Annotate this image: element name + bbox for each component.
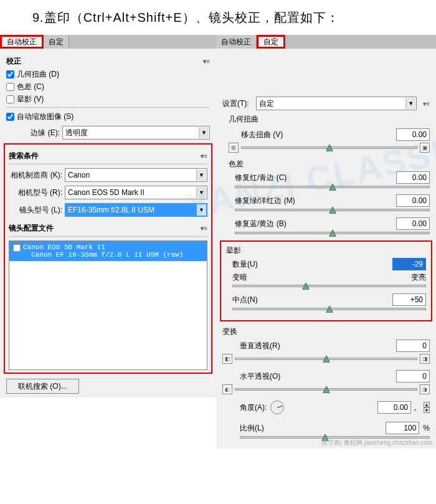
remove-distort-value[interactable]: 0.00: [396, 128, 430, 141]
profile-title: 镜头配置文件: [9, 223, 54, 234]
menu-icon[interactable]: ▾≡: [423, 100, 430, 107]
hpersp-value[interactable]: 0: [396, 370, 430, 383]
slider-vpersp[interactable]: [235, 358, 417, 360]
online-search-button[interactable]: 联机搜索 (O)...: [6, 379, 79, 394]
perspective-top-icon: ◧: [222, 354, 232, 364]
midpoint-label: 中点(N): [232, 295, 392, 305]
fix-gm-label: 修复绿/洋红边 (M): [235, 196, 396, 206]
left-tab-row: 自动校正 自定: [0, 35, 216, 49]
chroma-label: 色差 (C): [17, 82, 44, 92]
amount-value[interactable]: -29: [392, 258, 426, 270]
lighter-label: 变亮: [411, 272, 426, 283]
slider-midpoint[interactable]: [232, 308, 426, 310]
checkbox-geo-distort[interactable]: [6, 70, 14, 78]
chevron-down-icon: ▼: [196, 187, 206, 198]
search-criteria-highlight: 搜索条件 ▾≡ 相机制造商 (K): Canon ▼ 相机型号 (R): Can…: [4, 143, 212, 374]
perspective-right-icon: ◑: [420, 384, 430, 394]
settings-combo[interactable]: 自定 ▼: [256, 97, 417, 110]
svg-marker-6: [323, 356, 329, 363]
remove-distort-label: 移去扭曲 (V): [241, 130, 396, 140]
correction-label: 校正: [6, 56, 21, 67]
angle-value[interactable]: 0.00: [377, 401, 411, 414]
svg-marker-4: [303, 283, 310, 290]
edge-combo[interactable]: 透明度 ▼: [62, 126, 210, 140]
model-combo[interactable]: Canon EOS 5D Mark II ▼: [65, 186, 207, 199]
lens-profile-item-selected[interactable]: Canon EOS 5D Mark II Canon EF 16-35mm f/…: [9, 241, 207, 261]
menu-icon[interactable]: ▾≡: [201, 225, 207, 232]
scale-label: 比例(L): [240, 423, 386, 434]
vpersp-label: 垂直透视(R): [240, 341, 396, 351]
perspective-bottom-icon: ◨: [420, 354, 430, 364]
settings-label: 设置(T):: [222, 98, 256, 109]
svg-marker-2: [329, 207, 336, 214]
geo-distort-label: 几何扭曲 (D): [17, 69, 59, 80]
maker-value: Canon: [68, 171, 90, 179]
left-panel-body: 校正 ▾≡ 几何扭曲 (D) 色差 (C) 晕影 (V) 自动缩放图像 (S) …: [0, 49, 216, 397]
hpersp-label: 水平透视(O): [240, 371, 396, 382]
maker-label: 相机制造商 (K):: [9, 170, 65, 181]
fix-by-value[interactable]: 0.00: [396, 217, 430, 230]
svg-marker-3: [329, 230, 336, 237]
fix-rc-label: 修复红/青边 (C): [235, 173, 396, 183]
maker-combo[interactable]: Canon ▼: [65, 168, 207, 182]
checkbox-auto-scale[interactable]: [6, 113, 14, 121]
chroma-section-title: 色差: [229, 159, 430, 169]
settings-value: 自定: [259, 98, 274, 109]
model-label: 相机型号 (R):: [9, 188, 65, 198]
checkbox-vignette[interactable]: [6, 95, 14, 103]
chevron-down-icon: ▼: [199, 127, 209, 138]
profile-line1: Canon EOS 5D Mark II: [23, 244, 105, 251]
fix-by-label: 修复蓝/黄边 (B): [235, 219, 396, 229]
slider-remove-distort[interactable]: [241, 146, 417, 149]
fix-gm-value[interactable]: 0.00: [396, 194, 430, 207]
angle-spinner[interactable]: ▲▼: [424, 402, 430, 413]
vignette-label: 晕影 (V): [17, 94, 44, 105]
vignette-title: 晕影: [226, 245, 426, 256]
tab-auto-correct-left[interactable]: 自动校正: [0, 35, 44, 49]
instruction-text: 9.盖印（Ctrl+Alt+Shift+E）、镜头校正，配置如下：: [0, 6, 436, 29]
right-tab-row: 自动校正 自定: [216, 35, 436, 49]
svg-marker-7: [323, 386, 329, 393]
slider-rc[interactable]: [235, 186, 430, 188]
slider-amount[interactable]: [232, 285, 426, 287]
right-panel-body: YANZI CLASSROOM 设置(T): 自定 ▼ ▾≡ 几何扭曲 移去扭曲…: [216, 49, 436, 449]
chevron-down-icon: ▼: [196, 169, 206, 181]
pincushion-icon: ▣: [420, 143, 430, 153]
checkbox-chroma[interactable]: [6, 83, 14, 91]
search-title: 搜索条件: [9, 151, 39, 161]
vpersp-value[interactable]: 0: [396, 340, 430, 352]
darker-label: 变暗: [232, 272, 247, 283]
barrel-icon: ⊞: [229, 143, 239, 153]
angle-label: 角度(A):: [240, 402, 267, 413]
angle-dial[interactable]: [270, 401, 284, 414]
slider-gm[interactable]: [235, 209, 430, 211]
svg-marker-0: [326, 145, 333, 151]
tab-custom-left[interactable]: 自定: [44, 35, 69, 49]
fix-rc-value[interactable]: 0.00: [396, 171, 430, 184]
scale-value[interactable]: 100: [386, 422, 419, 434]
degree-symbol: 。: [414, 402, 421, 413]
auto-scale-label: 自动缩放图像 (S): [17, 112, 73, 122]
menu-icon[interactable]: ▾≡: [201, 153, 207, 159]
geo-title: 几何扭曲: [229, 114, 430, 125]
slider-by[interactable]: [235, 232, 430, 234]
midpoint-value[interactable]: +50: [392, 293, 426, 306]
vignette-highlight: 晕影 数量(U) -29 变暗 变亮 中点(N) +50: [220, 240, 432, 321]
left-panel: 自动校正 自定 校正 ▾≡ 几何扭曲 (D) 色差 (C) 晕影 (V) 自动缩…: [0, 35, 216, 449]
transform-title: 变换: [222, 326, 430, 337]
chevron-down-icon: ▼: [196, 204, 206, 216]
edge-label: 边缘 (E):: [6, 128, 62, 138]
model-value: Canon EOS 5D Mark II: [68, 188, 145, 197]
svg-marker-1: [329, 184, 336, 191]
lens-profile-list[interactable]: Canon EOS 5D Mark II Canon EF 16-35mm f/…: [9, 240, 207, 370]
menu-icon[interactable]: ▾≡: [203, 58, 210, 65]
tab-auto-correct-right[interactable]: 自动校正: [216, 35, 257, 49]
chevron-down-icon: ▼: [405, 98, 415, 109]
footer-watermark: 查字典| 教程网 jiaocheng.chazidian.com: [321, 439, 432, 447]
lens-combo[interactable]: EF16-35mm f/2.8L II USM ▼: [65, 203, 207, 217]
slider-hpersp[interactable]: [235, 388, 417, 391]
panels-container: 自动校正 自定 校正 ▾≡ 几何扭曲 (D) 色差 (C) 晕影 (V) 自动缩…: [0, 35, 436, 449]
tab-custom-right[interactable]: 自定: [257, 35, 285, 49]
edge-value: 透明度: [65, 128, 88, 138]
correction-section-title: 校正 ▾≡: [6, 56, 210, 67]
